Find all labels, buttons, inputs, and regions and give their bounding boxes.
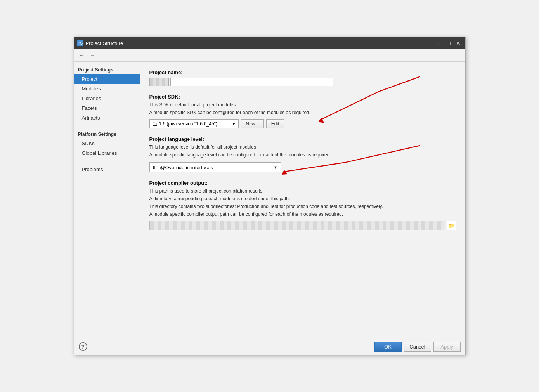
main-content: Project Settings Project Modules Librari… (74, 62, 465, 338)
window-controls: ─ □ ✕ (436, 39, 462, 47)
language-level-value: 6 - @Override in interfaces (153, 165, 274, 170)
project-sdk-group: Project SDK: This SDK is default for all… (149, 94, 456, 128)
sdk-folder-icon: 🗂 (152, 121, 158, 127)
project-language-level-desc2: A module specific language level can be … (149, 151, 456, 158)
back-button[interactable]: ← (77, 50, 87, 60)
sdk-edit-button[interactable]: Edit (266, 119, 284, 128)
compiler-path-row: 📁 (149, 221, 456, 230)
project-name-row (149, 78, 456, 86)
help-button[interactable]: ? (79, 342, 87, 351)
sidebar-item-modules[interactable]: Modules (74, 84, 140, 94)
forward-button[interactable]: → (88, 50, 97, 60)
footer-right: OK Cancel Apply (374, 342, 461, 352)
sidebar: Project Settings Project Modules Librari… (74, 62, 140, 338)
compiler-desc1: This path is used to store all project c… (149, 187, 456, 194)
footer-left: ? (79, 342, 87, 351)
sidebar-item-libraries[interactable]: Libraries (74, 94, 140, 103)
sdk-row: 🗂 1.6 (java version "1.6.0_45") ▼ New...… (149, 119, 456, 128)
sdk-dropdown-arrow: ▼ (232, 122, 236, 126)
maximize-button[interactable]: □ (445, 39, 453, 47)
cancel-button[interactable]: Cancel (404, 342, 431, 352)
compiler-path-browse-button[interactable]: 📁 (447, 221, 456, 230)
project-sdk-label: Project SDK: (149, 94, 456, 100)
minimize-button[interactable]: ─ (436, 39, 444, 47)
compiler-desc3: This directory contains two subdirectori… (149, 203, 456, 210)
ok-button[interactable]: OK (374, 342, 402, 352)
apply-button[interactable]: Apply (433, 342, 461, 352)
window-title: Project Structure (86, 40, 436, 46)
sidebar-item-global-libraries[interactable]: Global Libraries (74, 148, 140, 158)
project-name-label: Project name: (149, 69, 456, 75)
sdk-dropdown[interactable]: 🗂 1.6 (java version "1.6.0_45") ▼ (149, 119, 239, 128)
close-button[interactable]: ✕ (454, 39, 462, 47)
nav-bar: ← → (74, 49, 465, 62)
sidebar-item-problems[interactable]: Problems (74, 165, 140, 174)
project-name-prefix (149, 78, 169, 86)
project-structure-dialog: PS Project Structure ─ □ ✕ ← → Project S… (74, 37, 466, 355)
sdk-select-value: 1.6 (java version "1.6.0_45") (159, 121, 231, 127)
compiler-path-blurred (149, 221, 445, 230)
compiler-desc4: A module specific compiler output path c… (149, 211, 456, 218)
sdk-new-button[interactable]: New... (241, 119, 264, 128)
project-language-level-group: Project language level: This language le… (149, 136, 456, 172)
sidebar-item-project[interactable]: Project (74, 74, 140, 84)
content-area: Project name: Project SDK: This SDK is d… (140, 62, 465, 338)
compiler-desc2: A directory corresponding to each module… (149, 195, 456, 202)
language-level-dropdown[interactable]: 6 - @Override in interfaces ▼ (149, 162, 281, 172)
project-settings-label: Project Settings (74, 65, 140, 74)
project-language-level-label: Project language level: (149, 136, 456, 142)
sidebar-item-facets[interactable]: Facets (74, 103, 140, 113)
project-name-group: Project name: (149, 69, 456, 86)
project-language-level-desc1: This language level is default for all p… (149, 144, 456, 151)
sidebar-divider (74, 126, 140, 126)
sidebar-item-sdks[interactable]: SDKs (74, 139, 140, 148)
title-bar: PS Project Structure ─ □ ✕ (74, 37, 465, 49)
app-icon: PS (77, 40, 83, 46)
project-sdk-desc1: This SDK is default for all project modu… (149, 101, 456, 108)
platform-settings-label: Platform Settings (74, 129, 140, 139)
project-name-input[interactable] (170, 78, 333, 86)
project-sdk-desc2: A module specific SDK can be configured … (149, 109, 456, 116)
footer: ? OK Cancel Apply (74, 338, 465, 355)
sidebar-item-artifacts[interactable]: Artifacts (74, 113, 140, 123)
sidebar-divider-2 (74, 161, 140, 161)
language-level-wrapper: 6 - @Override in interfaces ▼ (149, 162, 281, 172)
project-compiler-output-label: Project compiler output: (149, 180, 456, 186)
project-compiler-output-group: Project compiler output: This path is us… (149, 180, 456, 230)
language-level-dropdown-arrow: ▼ (274, 165, 278, 170)
